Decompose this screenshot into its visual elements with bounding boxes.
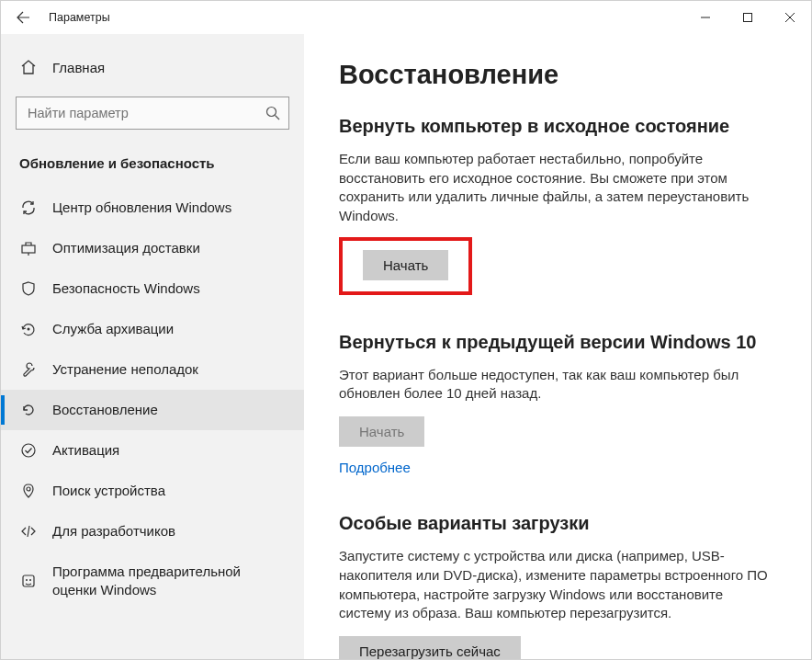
sidebar-item-troubleshoot[interactable]: Устранение неполадок <box>1 349 304 390</box>
sidebar-item-label: Центр обновления Windows <box>52 199 231 217</box>
wrench-icon <box>19 360 38 379</box>
sidebar-item-label: Программа предварительной оценки Windows <box>52 563 286 598</box>
reset-start-button[interactable]: Начать <box>363 250 448 280</box>
svg-point-9 <box>26 579 28 581</box>
sidebar-item-activation[interactable]: Активация <box>1 430 304 471</box>
sidebar-item-label: Для разработчиков <box>52 522 175 541</box>
search-input[interactable] <box>16 97 289 130</box>
shield-icon <box>19 279 38 298</box>
code-icon <box>19 522 38 541</box>
sidebar-item-developers[interactable]: Для разработчиков <box>1 511 304 552</box>
sidebar-item-label: Служба архивации <box>52 320 174 338</box>
search-container <box>16 97 289 130</box>
svg-rect-1 <box>744 14 752 22</box>
sidebar-item-label: Активация <box>52 441 119 460</box>
svg-point-2 <box>267 108 276 117</box>
sidebar-item-delivery-optimization[interactable]: Оптимизация доставки <box>1 228 304 268</box>
sidebar-item-recovery[interactable]: Восстановление <box>1 390 304 430</box>
sync-icon <box>19 199 38 217</box>
page-title: Восстановление <box>339 60 776 90</box>
home-icon <box>19 58 38 76</box>
sidebar-category: Обновление и безопасность <box>1 146 304 188</box>
location-icon <box>19 482 38 500</box>
svg-point-6 <box>22 444 35 457</box>
reset-pc-section: Вернуть компьютер в исходное состояние Е… <box>339 116 776 295</box>
sidebar-item-backup[interactable]: Служба архивации <box>1 309 304 349</box>
maximize-icon <box>743 13 752 22</box>
svg-rect-4 <box>22 245 35 253</box>
back-button[interactable] <box>1 1 45 34</box>
sidebar-home-label: Главная <box>52 60 105 75</box>
sidebar: Главная Обновление и безопасность Центр … <box>1 34 304 659</box>
content-area: Восстановление Вернуть компьютер в исход… <box>304 34 811 659</box>
sidebar-item-label: Устранение неполадок <box>52 360 198 379</box>
advanced-startup-section: Особые варианты загрузки Запустите систе… <box>339 513 776 659</box>
svg-point-7 <box>27 487 30 491</box>
window-title: Параметры <box>49 11 110 24</box>
sidebar-item-label: Безопасность Windows <box>52 279 200 298</box>
minimize-icon <box>701 13 710 22</box>
close-button[interactable] <box>769 1 811 34</box>
arrow-left-icon <box>16 10 30 25</box>
sidebar-item-label: Восстановление <box>52 401 158 419</box>
sidebar-item-windows-security[interactable]: Безопасность Windows <box>1 268 304 309</box>
svg-point-10 <box>29 579 31 581</box>
minimize-button[interactable] <box>684 1 727 34</box>
sidebar-home[interactable]: Главная <box>1 49 304 85</box>
sidebar-item-insider[interactable]: Программа предварительной оценки Windows <box>1 552 304 609</box>
advanced-startup-title: Особые варианты загрузки <box>339 513 776 534</box>
titlebar: Параметры <box>1 1 811 34</box>
previous-version-title: Вернуться к предыдущей версии Windows 10 <box>339 332 776 353</box>
previous-version-desc: Этот вариант больше недоступен, так как … <box>339 366 776 404</box>
highlight-annotation: Начать <box>339 237 472 295</box>
sidebar-item-label: Оптимизация доставки <box>52 239 200 257</box>
learn-more-link[interactable]: Подробнее <box>339 460 411 475</box>
sidebar-item-windows-update[interactable]: Центр обновления Windows <box>1 188 304 228</box>
svg-line-3 <box>276 116 280 120</box>
insider-icon <box>19 572 38 590</box>
reset-pc-desc: Если ваш компьютер работает нестабильно,… <box>339 150 776 226</box>
maximize-button[interactable] <box>727 1 769 34</box>
window-controls <box>684 1 811 34</box>
sidebar-item-label: Поиск устройства <box>52 482 165 500</box>
advanced-startup-desc: Запустите систему с устройства или диска… <box>339 547 776 623</box>
backup-icon <box>19 320 38 338</box>
svg-point-5 <box>28 328 30 331</box>
previous-version-section: Вернуться к предыдущей версии Windows 10… <box>339 332 776 476</box>
close-icon <box>785 13 795 22</box>
previous-start-button: Начать <box>339 416 424 447</box>
check-circle-icon <box>19 441 38 460</box>
delivery-icon <box>19 239 38 257</box>
restart-now-button[interactable]: Перезагрузить сейчас <box>339 636 521 659</box>
recovery-icon <box>19 401 38 419</box>
search-icon <box>265 106 280 120</box>
sidebar-item-find-device[interactable]: Поиск устройства <box>1 471 304 511</box>
reset-pc-title: Вернуть компьютер в исходное состояние <box>339 116 776 137</box>
